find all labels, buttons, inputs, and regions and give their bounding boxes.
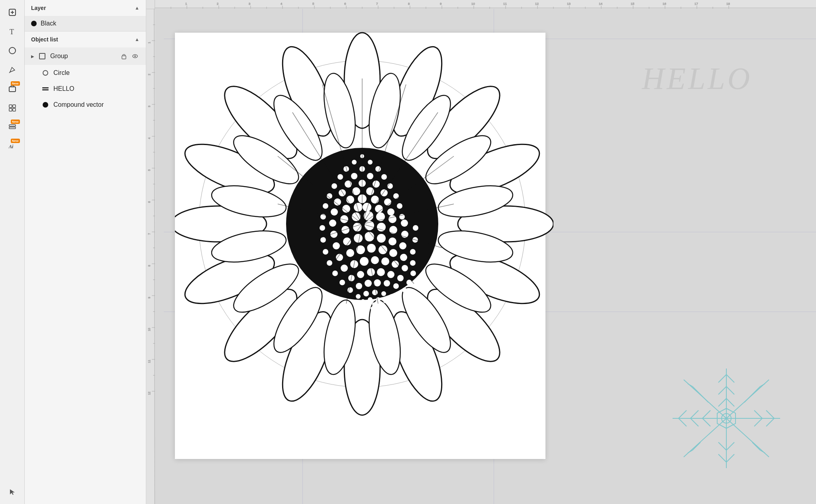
svg-rect-7: [9, 105, 12, 108]
group-expand-icon[interactable]: ▶: [31, 54, 34, 59]
svg-point-154: [376, 297, 381, 302]
svg-point-98: [341, 226, 349, 234]
hello-icon: [42, 86, 49, 92]
svg-text:T: T: [10, 28, 14, 36]
svg-line-187: [726, 454, 734, 462]
svg-point-4: [9, 47, 16, 54]
circle-icon: [42, 70, 49, 76]
object-item-compound[interactable]: Compound vector: [25, 97, 146, 113]
compound-label: Compound vector: [53, 101, 139, 108]
object-list-header[interactable]: Object list ▲: [25, 31, 146, 47]
svg-point-61: [332, 183, 337, 189]
hello-label: HELLO: [53, 85, 139, 92]
svg-point-145: [393, 283, 399, 289]
svg-point-71: [393, 193, 399, 199]
layer-color-dot: [31, 21, 37, 26]
svg-line-183: [726, 386, 734, 394]
svg-point-135: [367, 268, 375, 276]
pointer-button[interactable]: [4, 483, 21, 500]
object-list-section: Object list ▲ ▶ Group: [25, 31, 146, 504]
svg-line-205: [744, 394, 752, 402]
svg-point-147: [356, 294, 361, 299]
grid-button[interactable]: [4, 100, 21, 116]
object-item-circle[interactable]: Circle: [25, 65, 146, 81]
svg-point-124: [341, 265, 348, 272]
shape-tool-button[interactable]: [4, 42, 21, 59]
svg-line-206: [688, 450, 692, 453]
ai-button[interactable]: Ai New: [4, 138, 21, 155]
group-lock-button[interactable]: [120, 52, 128, 61]
group-visible-button[interactable]: [131, 52, 139, 61]
hello-text: HELLO: [642, 61, 752, 96]
svg-point-109: [365, 232, 374, 241]
svg-point-114: [327, 260, 332, 266]
svg-point-96: [320, 237, 326, 243]
layer-black-label: Black: [41, 20, 56, 27]
library-new-badge: New: [11, 81, 20, 86]
library-button[interactable]: New: [4, 80, 21, 97]
svg-line-192: [690, 410, 698, 418]
layers-button[interactable]: New: [4, 119, 21, 135]
svg-point-122: [410, 260, 416, 266]
layer-black-item[interactable]: Black: [25, 16, 146, 31]
svg-line-5: [9, 72, 10, 73]
pen-tool-button[interactable]: [4, 61, 21, 78]
svg-line-186: [718, 454, 726, 462]
svg-point-137: [387, 271, 394, 278]
svg-point-59: [367, 173, 373, 179]
svg-point-116: [346, 249, 354, 257]
svg-point-158: [379, 303, 382, 307]
svg-point-151: [389, 294, 394, 299]
left-toolbar: T New New Ai: [0, 0, 25, 504]
layer-header[interactable]: Layer ▲: [25, 0, 146, 16]
svg-point-52: [352, 160, 357, 165]
svg-line-182: [718, 386, 726, 394]
object-item-hello[interactable]: HELLO: [25, 81, 146, 97]
object-list-collapse-icon[interactable]: ▲: [135, 37, 139, 42]
circle-label: Circle: [53, 69, 139, 76]
svg-line-195: [702, 418, 710, 426]
svg-point-153: [368, 297, 373, 302]
svg-point-136: [377, 268, 385, 276]
svg-point-53: [368, 160, 373, 165]
svg-point-85: [387, 208, 394, 216]
canvas-area[interactable]: // ticks rendered via JS below: [146, 0, 816, 504]
side-panel: Layer ▲ Black Object list ▲ ▶ Group: [25, 0, 146, 504]
svg-line-188: [718, 442, 726, 450]
svg-rect-11: [9, 125, 16, 126]
svg-point-88: [329, 220, 336, 227]
vertical-ruler: [146, 0, 155, 504]
svg-point-57: [337, 174, 343, 180]
svg-point-149: [372, 290, 378, 295]
layer-collapse-icon[interactable]: ▲: [135, 5, 139, 11]
svg-point-126: [360, 257, 369, 266]
canvas-content[interactable]: HELLO: [155, 9, 816, 504]
object-item-group[interactable]: ▶ Group: [25, 47, 146, 65]
svg-line-180: [718, 375, 726, 382]
add-button[interactable]: [4, 4, 21, 21]
svg-line-198: [754, 410, 762, 418]
svg-point-156: [366, 303, 370, 307]
hello-illustration: HELLO: [642, 61, 752, 96]
svg-point-110: [377, 234, 386, 243]
svg-point-80: [331, 208, 338, 216]
text-tool-button[interactable]: T: [4, 23, 21, 40]
svg-line-190: [679, 410, 687, 418]
svg-line-199: [754, 418, 762, 426]
svg-point-78: [397, 203, 402, 209]
svg-point-160: [376, 307, 379, 310]
layer-section: Layer ▲ Black: [25, 0, 146, 31]
svg-point-83: [363, 203, 371, 212]
svg-line-208: [760, 450, 765, 453]
svg-line-196: [766, 410, 774, 418]
snowflake-illustration: [669, 365, 784, 472]
svg-point-146: [402, 288, 407, 292]
svg-point-76: [371, 196, 379, 204]
svg-line-185: [726, 398, 734, 406]
svg-point-127: [371, 256, 379, 264]
svg-rect-9: [9, 108, 12, 111]
compound-icon: [42, 102, 49, 108]
svg-point-121: [400, 254, 407, 261]
svg-point-119: [379, 245, 387, 254]
svg-point-155: [383, 299, 387, 303]
